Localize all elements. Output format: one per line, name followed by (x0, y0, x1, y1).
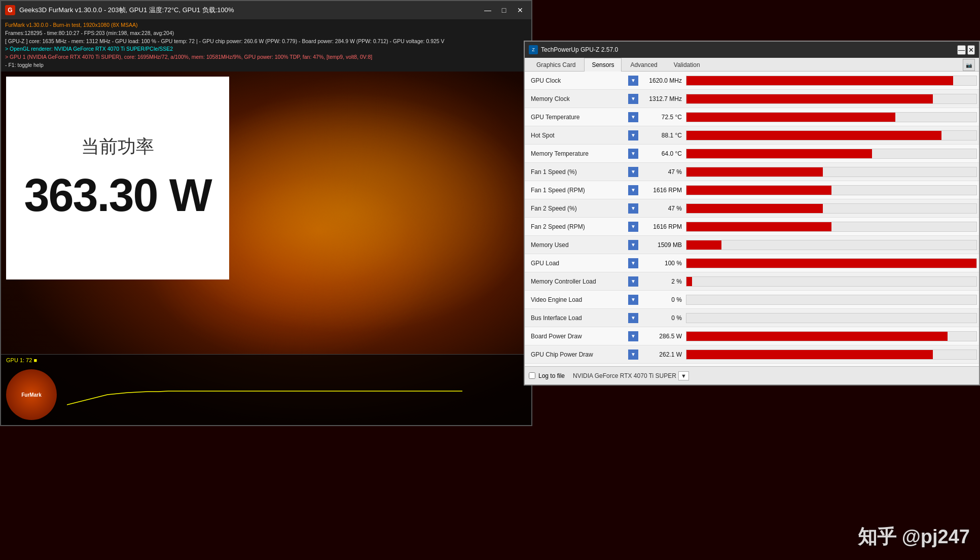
gpuz-sensors-content: GPU Clock▼1620.0 MHzMemory Clock▼1312.7 … (525, 72, 979, 366)
sensor-dropdown-button[interactable]: ▼ (628, 331, 638, 341)
power-value: 363.30 W (24, 169, 211, 222)
sensor-value: 88.1 °C (640, 132, 686, 139)
sensor-value: 1620.0 MHz (640, 77, 686, 84)
sensor-name: GPU Load (527, 260, 628, 267)
chart-label: GPU 1: 72 ■ (6, 357, 37, 363)
tab-advanced[interactable]: Advanced (623, 58, 665, 72)
sensor-row: Memory Clock▼1312.7 MHz (525, 90, 979, 108)
sensor-row: GPU Clock▼1620.0 MHz (525, 72, 979, 90)
sensor-dropdown-button[interactable]: ▼ (628, 185, 638, 195)
furmark-minimize-button[interactable]: — (481, 4, 495, 16)
sensor-name: Memory Clock (527, 95, 628, 102)
gpu-select-dropdown[interactable]: ▼ (678, 371, 689, 380)
sensor-dropdown-button[interactable]: ▼ (628, 149, 638, 159)
sensor-name: GPU Chip Power Draw (527, 351, 628, 358)
sensor-row: GPU Temperature▼72.5 °C (525, 108, 979, 126)
gpu-name-label: NVIDIA GeForce RTX 4070 Ti SUPER (573, 372, 676, 379)
sensor-value: 0 % (640, 314, 686, 322)
sensor-value: 2 % (640, 278, 686, 285)
sensor-bar-container (686, 295, 977, 305)
sensor-dropdown-button[interactable]: ▼ (628, 295, 638, 305)
gpuz-win-controls: — ✕ (957, 45, 975, 55)
sensor-bar (686, 76, 953, 85)
sensor-bar (686, 259, 976, 268)
sensor-name: GPU Temperature (527, 114, 628, 121)
sensor-bar-container (686, 222, 977, 232)
sensor-bar (686, 94, 933, 103)
info-line-5: > GPU 1 (NVIDIA GeForce RTX 4070 Ti SUPE… (5, 53, 527, 61)
sensor-bar-container (686, 276, 977, 287)
sensor-row: Memory Controller Load▼2 % (525, 272, 979, 291)
tab-graphics-card[interactable]: Graphics Card (529, 58, 583, 72)
sensor-name: Bus Interface Load (527, 314, 628, 322)
sensor-dropdown-button[interactable]: ▼ (628, 222, 638, 232)
sensor-dropdown-button[interactable]: ▼ (628, 240, 638, 250)
furmark-window: G Geeks3D FurMark v1.30.0.0 - 203帧, GPU1… (0, 0, 532, 426)
sensor-dropdown-button[interactable]: ▼ (628, 167, 638, 177)
gpuz-footer: Log to file NVIDIA GeForce RTX 4070 Ti S… (525, 366, 979, 384)
sensor-row: Fan 2 Speed (RPM)▼1616 RPM (525, 218, 979, 236)
sensor-row: Video Engine Load▼0 % (525, 291, 979, 309)
sensor-bar-container (686, 94, 977, 104)
sensor-name: Fan 1 Speed (%) (527, 168, 628, 176)
sensor-bar-container (686, 76, 977, 86)
sensor-dropdown-button[interactable]: ▼ (628, 76, 638, 86)
log-to-file-label: Log to file (538, 372, 565, 379)
furmark-logo: FurMark (6, 369, 57, 420)
furmark-close-button[interactable]: ✕ (513, 4, 527, 16)
sensor-bar-container (686, 240, 977, 250)
info-line-6: - F1: toggle help (5, 61, 527, 69)
furmark-maximize-button[interactable]: □ (497, 4, 511, 16)
sensor-name: Memory Temperature (527, 150, 628, 157)
sensor-bar-container (686, 149, 977, 159)
sensor-dropdown-button[interactable]: ▼ (628, 258, 638, 268)
sensor-bar-container (686, 258, 977, 268)
sensor-value: 47 % (640, 168, 686, 176)
sensor-value: 1616 RPM (640, 187, 686, 194)
gpuz-toolbar-right: 📷 (963, 59, 975, 71)
gpuz-close-button[interactable]: ✕ (967, 45, 975, 55)
chart-area: GPU 1: 72 ■ FurMark (1, 354, 531, 425)
sensor-dropdown-button[interactable]: ▼ (628, 276, 638, 287)
gpuz-camera-button[interactable]: 📷 (963, 59, 975, 71)
sensor-row: GPU Chip Power Draw▼262.1 W (525, 345, 979, 364)
furmark-win-controls: — □ ✕ (481, 4, 527, 16)
gpuz-window: Z TechPowerUp GPU-Z 2.57.0 — ✕ Graphics … (524, 41, 980, 386)
tab-sensors[interactable]: Sensors (584, 58, 622, 72)
sensor-bar-container (686, 112, 977, 122)
watermark: 知乎 @pj247 (858, 524, 970, 550)
sensor-row: Fan 1 Speed (RPM)▼1616 RPM (525, 181, 979, 199)
sensor-value: 47 % (640, 205, 686, 212)
gpuz-minimize-button[interactable]: — (957, 45, 966, 55)
sensor-name: GPU Clock (527, 77, 628, 84)
sensor-bar-container (686, 185, 977, 195)
gpu-temp-chart (67, 369, 526, 410)
sensor-row: Board Power Draw▼286.5 W (525, 327, 979, 345)
sensor-value: 286.5 W (640, 333, 686, 340)
sensor-dropdown-button[interactable]: ▼ (628, 349, 638, 360)
sensor-bar-container (686, 313, 977, 323)
info-line-3: [ GPU-Z ] core: 1635 MHz - mem: 1312 MHz… (5, 38, 527, 46)
log-to-file-checkbox[interactable] (529, 372, 535, 379)
tab-validation[interactable]: Validation (666, 58, 708, 72)
sensor-dropdown-button[interactable]: ▼ (628, 130, 638, 141)
sensor-name: Board Power Draw (527, 333, 628, 340)
sensor-row: Hot Spot▼88.1 °C (525, 126, 979, 145)
sensor-bar (686, 350, 933, 359)
sensor-dropdown-button[interactable]: ▼ (628, 112, 638, 122)
sensor-dropdown-button[interactable]: ▼ (628, 313, 638, 323)
info-line-1: FurMark v1.30.0.0 - Burn-in test, 1920x1… (5, 21, 527, 29)
gpuz-tabs: Graphics Card Sensors Advanced Validatio… (525, 58, 979, 72)
sensor-value: 64.0 °C (640, 150, 686, 157)
chart-line (67, 369, 526, 410)
sensor-dropdown-button[interactable]: ▼ (628, 94, 638, 104)
gpuz-titlebar: Z TechPowerUp GPU-Z 2.57.0 — ✕ (525, 42, 979, 58)
sensor-dropdown-button[interactable]: ▼ (628, 203, 638, 214)
furmark-icon: G (5, 5, 15, 15)
info-line-2: Frames:128295 - time:80:10:27 - FPS:203 … (5, 29, 527, 38)
furmark-content: 当前功率 363.30 W GPU 1: 72 ■ FurMark (1, 72, 531, 426)
sensor-name: Hot Spot (527, 132, 628, 139)
furmark-titlebar: G Geeks3D FurMark v1.30.0.0 - 203帧, GPU1… (1, 1, 531, 19)
sensor-bar (686, 277, 692, 286)
sensor-bar-container (686, 167, 977, 177)
